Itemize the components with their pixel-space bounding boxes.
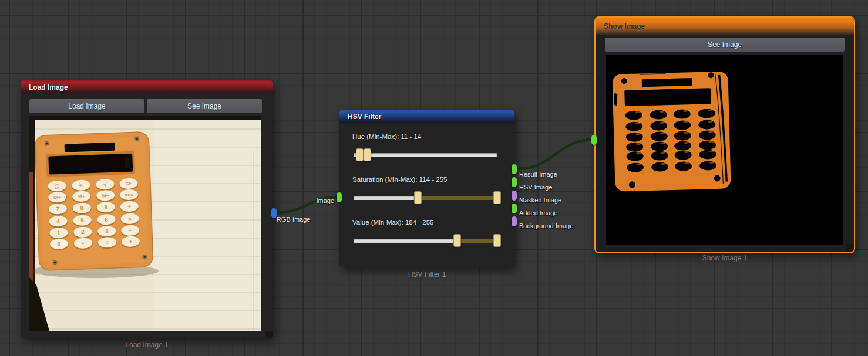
svg-text:OFF: OFF <box>53 195 61 199</box>
svg-text:6: 6 <box>105 216 108 223</box>
saturation-range-slider[interactable] <box>354 191 497 204</box>
svg-text:M+: M+ <box>78 194 85 199</box>
see-image-button[interactable]: See Image <box>605 38 845 52</box>
output-port-rgb-image[interactable] <box>271 208 277 218</box>
slider-handle-max[interactable] <box>493 234 501 247</box>
value-range-slider[interactable] <box>354 234 497 247</box>
svg-text:4: 4 <box>56 218 60 225</box>
port-label-result-image: Result Image <box>519 171 557 178</box>
svg-text:3: 3 <box>105 228 109 235</box>
node-hsv-filter[interactable]: HSV Filter Hue (Min-Max): 11 - 14 Satura… <box>339 110 514 267</box>
svg-text:1: 1 <box>57 230 60 236</box>
output-port-result-image[interactable] <box>512 164 517 174</box>
svg-text:8: 8 <box>80 205 83 211</box>
slider-handle-min[interactable] <box>356 148 364 161</box>
port-label-added-image: Added Image <box>519 209 557 216</box>
node-show-image[interactable]: Show Image See Image <box>594 16 855 253</box>
wire-result-to-show <box>517 140 594 169</box>
svg-text:×: × <box>128 215 132 222</box>
svg-text:AC: AC <box>55 187 59 190</box>
svg-text:MRC: MRC <box>125 192 133 197</box>
resize-handle[interactable] <box>265 331 273 338</box>
node-show-image-titlebar[interactable]: Show Image <box>596 18 854 35</box>
svg-text:7: 7 <box>56 206 59 212</box>
port-label-rgb-image: RGB Image <box>277 216 310 223</box>
port-label-image: Image <box>297 197 334 204</box>
slider-selected-range <box>457 239 497 243</box>
input-port-show-image[interactable] <box>591 135 597 145</box>
slider-handle-min[interactable] <box>453 234 461 247</box>
svg-text:−: − <box>129 227 132 233</box>
output-port-background-image[interactable] <box>512 216 517 226</box>
loaded-image-preview: ONAC%√CEOFFM+M−MRC789÷456×123−0•=+ <box>29 116 261 331</box>
slider-handle-max[interactable] <box>364 148 371 161</box>
node-load-image-title: Load Image <box>29 83 68 91</box>
svg-text:=: = <box>105 239 109 246</box>
node-editor-canvas[interactable]: Load Image Load Image See Image ONAC%√CE… <box>0 0 868 356</box>
svg-text:5: 5 <box>80 217 84 223</box>
hue-slider-label: Hue (Min-Max): 11 - 14 <box>352 133 421 140</box>
slider-track[interactable] <box>354 153 497 157</box>
filtered-image-preview <box>606 55 843 245</box>
node-show-image-title: Show Image <box>604 22 645 30</box>
hue-range-slider[interactable] <box>354 148 497 161</box>
node-load-image-titlebar[interactable]: Load Image <box>21 80 273 94</box>
svg-text:0: 0 <box>58 241 61 247</box>
svg-text:÷: ÷ <box>127 203 131 209</box>
node-load-image[interactable]: Load Image Load Image See Image ONAC%√CE… <box>21 80 273 338</box>
port-label-background-image: Background Image <box>519 222 573 229</box>
svg-text:%: % <box>78 182 83 188</box>
output-port-hsv-image[interactable] <box>512 177 517 187</box>
svg-text:9: 9 <box>104 204 107 211</box>
output-port-masked-image[interactable] <box>512 191 517 201</box>
port-label-masked-image: Masked Image <box>519 196 561 204</box>
slider-selected-range <box>418 196 497 200</box>
saturation-slider-label: Saturation (Min-Max): 114 - 255 <box>352 176 448 183</box>
slider-handle-min[interactable] <box>414 191 422 204</box>
see-image-button[interactable]: See Image <box>147 99 262 113</box>
svg-text:+: + <box>129 238 132 245</box>
node-hsv-filter-titlebar[interactable]: HSV Filter <box>339 110 514 124</box>
port-label-hsv-image: HSV Image <box>519 184 552 191</box>
slider-handle-max[interactable] <box>493 191 501 204</box>
svg-text:√: √ <box>103 181 107 188</box>
svg-text:M−: M− <box>102 193 109 198</box>
output-port-added-image[interactable] <box>512 204 517 213</box>
resize-handle[interactable] <box>846 244 853 252</box>
svg-text:2: 2 <box>81 229 85 235</box>
input-port-image[interactable] <box>337 192 342 202</box>
svg-text:CE: CE <box>125 181 132 187</box>
value-slider-label: Value (Min-Max): 184 - 255 <box>352 219 433 226</box>
load-image-button[interactable]: Load Image <box>29 99 144 113</box>
node-hsv-filter-title: HSV Filter <box>348 113 381 121</box>
